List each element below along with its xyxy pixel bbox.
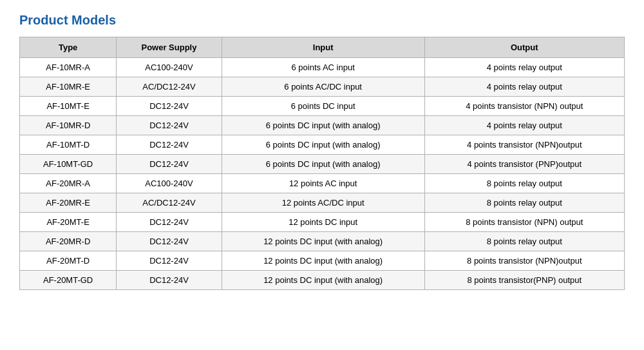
cell-r2-c3: 4 points transistor (NPN) output (424, 97, 624, 116)
cell-r5-c1: DC12-24V (117, 155, 222, 174)
cell-r2-c2: 6 points DC input (222, 97, 424, 116)
table-row: AF-20MR-EAC/DC12-24V12 points AC/DC inpu… (20, 193, 625, 213)
cell-r4-c2: 6 points DC input (with analog) (222, 135, 424, 155)
table-row: AF-20MT-EDC12-24V12 points DC input8 poi… (20, 213, 625, 232)
cell-r4-c3: 4 points transistor (NPN)output (424, 135, 624, 155)
cell-r6-c0: AF-20MR-A (20, 174, 117, 193)
cell-r5-c0: AF-10MT-GD (20, 155, 117, 174)
cell-r2-c0: AF-10MT-E (20, 97, 117, 116)
cell-r10-c0: AF-20MT-D (20, 251, 117, 271)
cell-r3-c2: 6 points DC input (with analog) (222, 116, 424, 135)
table-row: AF-10MR-AAC100-240V6 points AC input4 po… (20, 58, 625, 77)
cell-r6-c1: AC100-240V (117, 174, 222, 193)
cell-r8-c1: DC12-24V (117, 213, 222, 232)
cell-r9-c2: 12 points DC input (with analog) (222, 232, 424, 251)
cell-r11-c3: 8 points transistor(PNP) output (424, 271, 624, 290)
cell-r0-c0: AF-10MR-A (20, 58, 117, 77)
cell-r8-c3: 8 points transistor (NPN) output (424, 213, 624, 232)
cell-r9-c3: 8 points relay output (424, 232, 624, 251)
cell-r6-c2: 12 points AC input (222, 174, 424, 193)
cell-r3-c1: DC12-24V (117, 116, 222, 135)
table-header-row: Type Power Supply Input Output (20, 37, 625, 58)
cell-r0-c3: 4 points relay output (424, 58, 624, 77)
cell-r0-c1: AC100-240V (117, 58, 222, 77)
product-models-table: Type Power Supply Input Output AF-10MR-A… (19, 37, 625, 290)
cell-r7-c2: 12 points AC/DC input (222, 193, 424, 213)
cell-r11-c2: 12 points DC input (with analog) (222, 271, 424, 290)
cell-r1-c2: 6 points AC/DC input (222, 77, 424, 97)
cell-r1-c1: AC/DC12-24V (117, 77, 222, 97)
cell-r5-c3: 4 points transistor (PNP)output (424, 155, 624, 174)
cell-r3-c0: AF-10MR-D (20, 116, 117, 135)
col-header-output: Output (424, 37, 624, 58)
table-row: AF-10MR-DDC12-24V6 points DC input (with… (20, 116, 625, 135)
cell-r6-c3: 8 points relay output (424, 174, 624, 193)
table-row: AF-20MT-GDDC12-24V12 points DC input (wi… (20, 271, 625, 290)
cell-r2-c1: DC12-24V (117, 97, 222, 116)
table-row: AF-10MR-EAC/DC12-24V6 points AC/DC input… (20, 77, 625, 97)
cell-r1-c0: AF-10MR-E (20, 77, 117, 97)
cell-r10-c1: DC12-24V (117, 251, 222, 271)
cell-r10-c2: 12 points DC input (with analog) (222, 251, 424, 271)
cell-r7-c0: AF-20MR-E (20, 193, 117, 213)
cell-r11-c0: AF-20MT-GD (20, 271, 117, 290)
table-row: AF-20MR-DDC12-24V12 points DC input (wit… (20, 232, 625, 251)
table-row: AF-20MT-DDC12-24V12 points DC input (wit… (20, 251, 625, 271)
table-row: AF-10MT-EDC12-24V6 points DC input4 poin… (20, 97, 625, 116)
cell-r9-c0: AF-20MR-D (20, 232, 117, 251)
cell-r7-c1: AC/DC12-24V (117, 193, 222, 213)
cell-r10-c3: 8 points transistor (NPN)output (424, 251, 624, 271)
cell-r3-c3: 4 points relay output (424, 116, 624, 135)
page-title: Product Models (19, 13, 625, 28)
cell-r4-c1: DC12-24V (117, 135, 222, 155)
table-row: AF-20MR-AAC100-240V12 points AC input8 p… (20, 174, 625, 193)
cell-r7-c3: 8 points relay output (424, 193, 624, 213)
col-header-power-supply: Power Supply (117, 37, 222, 58)
cell-r5-c2: 6 points DC input (with analog) (222, 155, 424, 174)
table-row: AF-10MT-GDDC12-24V6 points DC input (wit… (20, 155, 625, 174)
cell-r0-c2: 6 points AC input (222, 58, 424, 77)
cell-r4-c0: AF-10MT-D (20, 135, 117, 155)
cell-r11-c1: DC12-24V (117, 271, 222, 290)
cell-r8-c0: AF-20MT-E (20, 213, 117, 232)
cell-r8-c2: 12 points DC input (222, 213, 424, 232)
col-header-type: Type (20, 37, 117, 58)
cell-r9-c1: DC12-24V (117, 232, 222, 251)
col-header-input: Input (222, 37, 424, 58)
table-row: AF-10MT-DDC12-24V6 points DC input (with… (20, 135, 625, 155)
cell-r1-c3: 4 points relay output (424, 77, 624, 97)
